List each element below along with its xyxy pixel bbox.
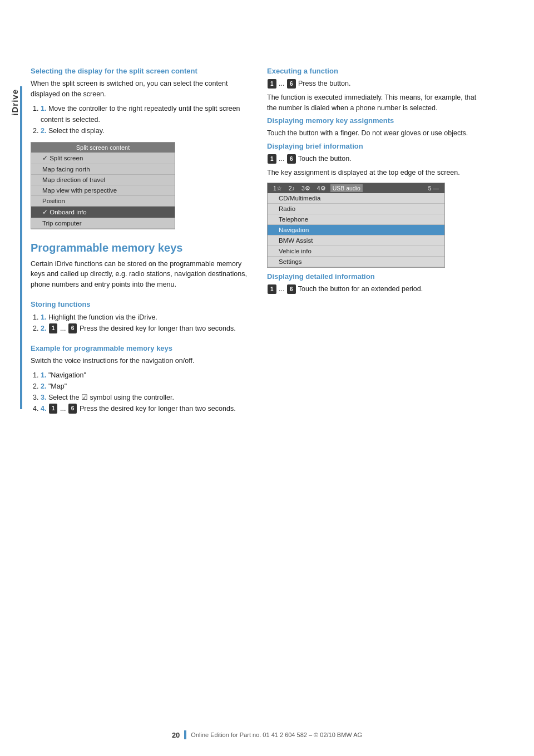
- screen-row: BMW Assist: [268, 235, 444, 246]
- detailed-info-heading: Displaying detailed information: [267, 272, 484, 281]
- section-memory-assignments: Displaying memory key assignments Touch …: [267, 116, 484, 139]
- programmable-keys-heading: Programmable memory keys: [31, 242, 250, 254]
- split-screen-heading: Selecting the display for the split scre…: [31, 67, 250, 75]
- brief-info-heading: Displaying brief information: [267, 142, 484, 150]
- executing-detail: The function is executed immediately. Th…: [267, 92, 484, 114]
- brief-info-instruction: 1 ... 6 Touch the button.: [267, 154, 484, 164]
- memory-assignments-intro: Touch the button with a finger. Do not w…: [267, 128, 484, 139]
- step-item: 2. Select the display.: [41, 125, 250, 136]
- step-item: 2. 1 ... 6 Press the desired key for lon…: [41, 323, 250, 334]
- tab-1: 1☆: [271, 184, 284, 192]
- memory-screen-mockup: 1☆ 2♪ 3⚙ 4⚙ USB audio 5 — CD/Multimedia …: [267, 183, 445, 268]
- section-brief-info: Displaying brief information 1 ... 6 Tou…: [267, 142, 484, 268]
- step-item: 1. Highlight the function via the iDrive…: [41, 312, 250, 323]
- storing-steps: 1. Highlight the function via the iDrive…: [41, 312, 250, 334]
- split-screen-option: ✓ Onboard info: [31, 207, 175, 218]
- split-screen-option: Map view with perspective: [31, 185, 175, 196]
- split-screen-option: Trip computer: [31, 218, 175, 229]
- detailed-info-instruction: 1 ... 6 Touch the button for an extended…: [267, 284, 484, 294]
- executing-heading: Executing a function: [267, 67, 484, 75]
- key-badge-1: 1: [49, 323, 58, 333]
- split-screen-mockup: Split screen content Split screen Map fa…: [31, 142, 175, 229]
- left-column: Selecting the display for the split scre…: [31, 67, 250, 418]
- tab-usb: USB audio: [330, 184, 363, 192]
- split-screen-option: Split screen: [31, 153, 175, 164]
- page-number: 20: [172, 731, 180, 739]
- programmable-keys-intro: Certain iDrive functions can be stored o…: [31, 259, 250, 290]
- page-footer: 20 Online Edition for Part no. 01 41 2 6…: [0, 730, 534, 739]
- step-item: 2. "Map": [41, 381, 250, 392]
- section-detailed-info: Displaying detailed information 1 ... 6 …: [267, 272, 484, 294]
- storing-functions-heading: Storing functions: [31, 300, 250, 308]
- screen-row-highlighted: Navigation: [268, 225, 444, 235]
- screen-row: Settings: [268, 257, 444, 267]
- screen-row: Vehicle info: [268, 246, 444, 257]
- footer-text: Online Edition for Part no. 01 41 2 604 …: [191, 732, 362, 738]
- key-badge-6: 6: [68, 323, 77, 333]
- example-heading: Example for programmable memory keys: [31, 344, 250, 352]
- main-content: Selecting the display for the split scre…: [31, 67, 520, 418]
- example-intro: Switch the voice instructions for the na…: [31, 356, 250, 366]
- step-item: 4. 1 ... 6 Press the desired key for lon…: [41, 403, 250, 414]
- screen-row: Telephone: [268, 214, 444, 225]
- step-item: 1. Move the controller to the right repe…: [41, 103, 250, 125]
- screen-row: Radio: [268, 204, 444, 214]
- split-screen-option: Map direction of travel: [31, 175, 175, 185]
- split-screen-title: Split screen content: [31, 143, 175, 153]
- split-screen-option: Map facing north: [31, 164, 175, 175]
- executing-instruction: 1 ... 6 Press the button.: [267, 78, 484, 89]
- footer-bar: [184, 730, 186, 739]
- split-screen-steps: 1. Move the controller to the right repe…: [41, 103, 250, 136]
- memory-assignments-heading: Displaying memory key assignments: [267, 116, 484, 125]
- key-badge-1: 1: [268, 154, 276, 164]
- key-badge-1: 1: [268, 79, 276, 89]
- key-badge-6: 6: [287, 154, 296, 164]
- key-badge-1: 1: [49, 404, 58, 414]
- brief-info-detail: The key assignment is displayed at the t…: [267, 168, 484, 178]
- memory-screen-header: 1☆ 2♪ 3⚙ 4⚙ USB audio 5 —: [268, 183, 444, 193]
- sidebar-label: iDrive: [10, 89, 19, 116]
- example-steps: 1. "Navigation" 2. "Map" 3. Select the ☑…: [41, 370, 250, 414]
- tab-2: 2♪: [286, 184, 297, 192]
- key-badge-1: 1: [268, 284, 276, 294]
- tab-5: 5 —: [426, 184, 441, 192]
- step-item: 1. "Navigation": [41, 370, 250, 381]
- section-programmable-keys: Programmable memory keys Certain iDrive …: [31, 242, 250, 414]
- split-screen-intro: When the split screen is switched on, yo…: [31, 78, 250, 100]
- section-executing: Executing a function 1 ... 6 Press the b…: [267, 67, 484, 113]
- key-badge-6: 6: [68, 404, 77, 414]
- page-container: iDrive Selecting the display for the spl…: [0, 0, 534, 756]
- tab-3: 3⚙: [299, 184, 313, 192]
- section-split-screen: Selecting the display for the split scre…: [31, 67, 250, 229]
- right-column: Executing a function 1 ... 6 Press the b…: [267, 67, 484, 418]
- two-column-layout: Selecting the display for the split scre…: [31, 67, 520, 418]
- split-screen-option: Position: [31, 196, 175, 207]
- tab-4: 4⚙: [315, 184, 328, 192]
- step-item: 3. Select the ☑ symbol using the control…: [41, 392, 250, 403]
- key-badge-6: 6: [287, 284, 296, 294]
- screen-row: CD/Multimedia: [268, 193, 444, 204]
- sidebar-blue-bar: [20, 86, 22, 409]
- key-badge-6: 6: [287, 79, 296, 89]
